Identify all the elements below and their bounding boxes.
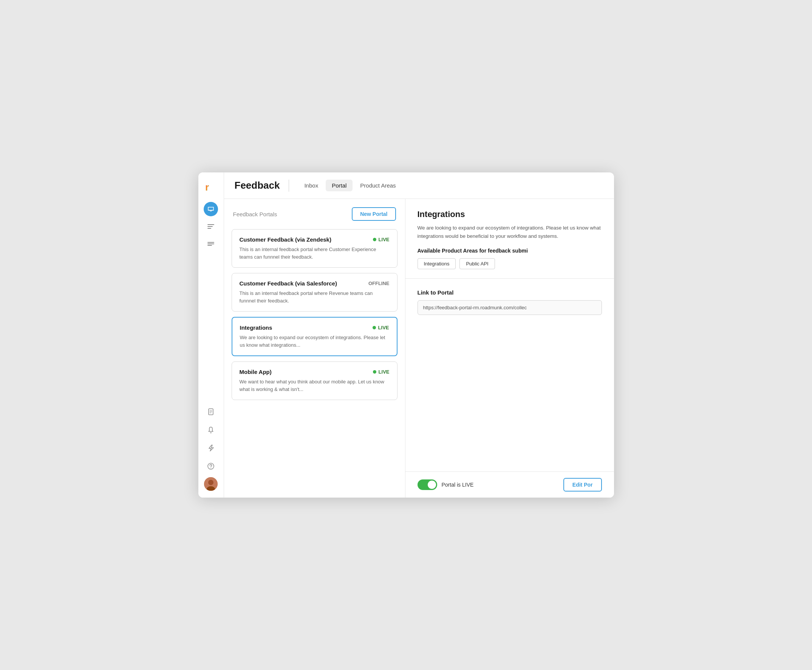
portal-card-integrations-desc: We are looking to expand our ecosystem o…	[240, 334, 389, 349]
new-portal-button[interactable]: New Portal	[352, 207, 396, 221]
lightning-nav-icon[interactable]	[204, 441, 218, 455]
integration-title: Integrations	[417, 210, 602, 219]
portal-card-mobile-header: Mobile App) LIVE	[240, 369, 390, 375]
tab-portal[interactable]: Portal	[326, 179, 353, 191]
portal-card-salesforce-header: Customer Feedback (via Salesforce) OFFLI…	[240, 280, 390, 287]
list-nav-icon[interactable]	[204, 237, 218, 251]
user-avatar[interactable]	[204, 477, 218, 491]
portal-card-salesforce-status: OFFLINE	[368, 281, 390, 286]
portals-list: Customer Feedback (via Zendesk) LIVE Thi…	[224, 226, 405, 408]
right-panel-bottom: Link to Portal	[405, 279, 614, 472]
status-dot-mobile	[373, 370, 376, 374]
toggle-slider	[417, 479, 437, 490]
page-title: Feedback	[235, 179, 280, 191]
portal-card-zendesk[interactable]: Customer Feedback (via Zendesk) LIVE Thi…	[231, 229, 397, 268]
portal-card-salesforce[interactable]: Customer Feedback (via Salesforce) OFFLI…	[231, 273, 397, 311]
left-panel: Feedback Portals New Portal Customer Fee…	[224, 199, 405, 497]
sidebar: r	[198, 173, 224, 497]
portal-card-mobile-desc: We want to hear what you think about our…	[240, 378, 390, 393]
status-dot-zendesk	[373, 238, 376, 241]
inbox-nav-icon[interactable]	[204, 202, 218, 216]
app-logo[interactable]: r	[204, 179, 218, 194]
product-area-public-api[interactable]: Public API	[459, 258, 495, 269]
portal-card-integrations-status: LIVE	[373, 325, 389, 330]
sidebar-bottom	[204, 404, 218, 491]
product-area-integrations[interactable]: Integrations	[417, 258, 456, 269]
portal-card-mobile[interactable]: Mobile App) LIVE We want to hear what yo…	[231, 362, 397, 400]
svg-point-4	[211, 468, 211, 469]
portal-live-toggle[interactable]	[417, 479, 437, 490]
edit-portal-button[interactable]: Edit Por	[563, 478, 602, 492]
main-content: Feedback Inbox Portal Product Areas Feed…	[224, 173, 614, 497]
right-panel-top: Integrations We are looking to expand ou…	[405, 199, 614, 279]
status-dot-integrations	[373, 326, 376, 329]
app-window: r	[198, 173, 614, 497]
portal-card-zendesk-name: Customer Feedback (via Zendesk)	[240, 236, 331, 243]
toggle-group: Portal is LIVE	[417, 479, 474, 490]
portal-card-integrations[interactable]: Integrations LIVE We are looking to expa…	[231, 317, 397, 356]
portal-card-zendesk-header: Customer Feedback (via Zendesk) LIVE	[240, 236, 390, 243]
bell-nav-icon[interactable]	[204, 423, 218, 437]
portal-card-zendesk-desc: This is an internal feedback portal wher…	[240, 246, 390, 261]
portal-footer: Portal is LIVE Edit Por	[405, 472, 614, 497]
right-panel: Integrations We are looking to expand ou…	[405, 199, 614, 497]
integration-desc: We are looking to expand our ecosystem o…	[417, 224, 602, 240]
portal-link-input[interactable]	[417, 300, 602, 315]
portal-card-zendesk-status: LIVE	[373, 237, 390, 242]
roadmap-nav-icon[interactable]	[204, 219, 218, 233]
portal-card-mobile-status: LIVE	[373, 369, 390, 375]
svg-text:r: r	[205, 181, 209, 193]
portals-header: Feedback Portals New Portal	[224, 199, 405, 226]
svg-point-6	[208, 480, 213, 485]
contacts-nav-icon[interactable]	[204, 404, 218, 419]
tab-inbox[interactable]: Inbox	[298, 179, 324, 191]
portal-card-salesforce-name: Customer Feedback (via Salesforce)	[240, 280, 337, 287]
body: Feedback Portals New Portal Customer Fee…	[224, 199, 614, 497]
help-nav-icon[interactable]	[204, 459, 218, 474]
portal-card-mobile-name: Mobile App)	[240, 369, 272, 375]
header-divider	[289, 179, 289, 192]
portal-live-label: Portal is LIVE	[442, 482, 474, 488]
portals-label: Feedback Portals	[233, 211, 277, 217]
product-areas-label: Available Product Areas for feedback sub…	[417, 248, 602, 254]
product-areas-tags: Integrations Public API	[417, 258, 602, 269]
tab-product-areas[interactable]: Product Areas	[354, 179, 402, 191]
portal-card-salesforce-desc: This is an internal feedback portal wher…	[240, 289, 390, 305]
link-to-portal-label: Link to Portal	[417, 289, 602, 296]
header-tabs: Inbox Portal Product Areas	[298, 179, 402, 191]
portal-card-integrations-name: Integrations	[240, 325, 272, 331]
header: Feedback Inbox Portal Product Areas	[224, 173, 614, 199]
portal-card-integrations-header: Integrations LIVE	[240, 325, 389, 331]
